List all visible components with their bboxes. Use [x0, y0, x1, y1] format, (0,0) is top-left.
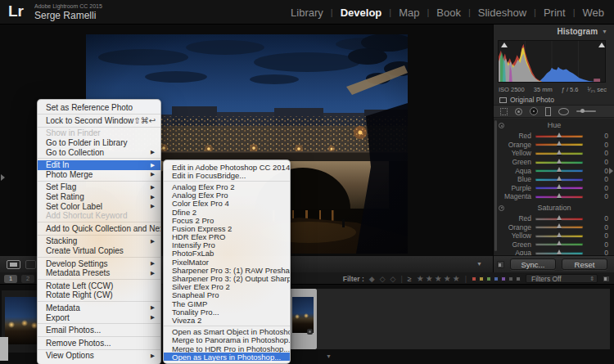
menu-item-export[interactable]: Export▶: [38, 312, 160, 322]
slider-thumb[interactable]: [557, 223, 562, 228]
slider-thumb[interactable]: [557, 176, 562, 181]
slider-thumb[interactable]: [557, 249, 562, 254]
hue-slider-green[interactable]: [535, 161, 583, 164]
menu-item-sharpener-pro-3-2-output-sharpener[interactable]: Sharpener Pro 3: (2) Output Sharpener: [164, 274, 290, 282]
highlight-clipping-icon[interactable]: [598, 43, 605, 47]
adjustment-brush-icon[interactable]: [576, 110, 596, 112]
shadow-clipping-icon[interactable]: [501, 43, 508, 47]
menu-item-merge-to-panorama-in-photoshop[interactable]: Merge to Panorama in Photoshop...: [164, 336, 290, 344]
color-chip[interactable]: [494, 276, 499, 281]
second-window-button[interactable]: 2: [21, 275, 34, 283]
menu-item-tonality-pro[interactable]: Tonality Pro...: [164, 308, 290, 316]
filmstrip-caret-icon[interactable]: ▼: [326, 353, 332, 359]
hue-slider-yellow[interactable]: [535, 152, 583, 155]
menu-item-intensify-pro[interactable]: Intensify Pro: [164, 241, 290, 249]
menu-item-the-gimp[interactable]: The GIMP: [164, 299, 290, 308]
menu-item-add-to-quick-collection-and-next[interactable]: Add to Quick Collection and Next⇧B: [38, 224, 160, 234]
color-chip[interactable]: [508, 276, 513, 281]
hue-slider-blue[interactable]: [535, 178, 583, 181]
filter-switch-icon[interactable]: [603, 276, 610, 282]
saturation-slider-orange[interactable]: [535, 226, 583, 228]
slider-thumb[interactable]: [557, 167, 562, 172]
radial-filter-icon[interactable]: [558, 108, 569, 115]
hue-slider-orange[interactable]: [535, 143, 583, 146]
left-panel-collapse-icon[interactable]: [1, 174, 5, 181]
menu-item-fusion-express-2[interactable]: Fusion Express 2: [164, 224, 290, 232]
menu-item-open-as-smart-object-in-photoshop[interactable]: Open as Smart Object in Photoshop...: [164, 328, 290, 336]
menu-item-metadata-presets[interactable]: Metadata Presets▶: [38, 268, 160, 278]
hue-slider-red[interactable]: [535, 135, 583, 137]
slider-thumb[interactable]: [557, 159, 562, 164]
menu-item-lock-to-second-window[interactable]: Lock to Second Window⇧⌘↩: [38, 116, 160, 126]
menu-item-stacking[interactable]: Stacking▶: [38, 236, 160, 246]
autosync-switch-icon[interactable]: [497, 261, 504, 268]
menu-item-set-color-label[interactable]: Set Color Label▶: [38, 201, 160, 211]
hue-panel-header[interactable]: Hue: [494, 121, 614, 132]
crop-tool-icon[interactable]: [500, 108, 508, 115]
slider-thumb[interactable]: [557, 150, 562, 155]
histogram[interactable]: [498, 40, 606, 83]
slider-thumb[interactable]: [557, 141, 562, 146]
module-tab-web[interactable]: Web: [580, 7, 608, 19]
hue-slider-magenta[interactable]: [535, 195, 583, 198]
loupe-view-icon[interactable]: [7, 260, 20, 269]
menu-item-edit-in-focusbridge[interactable]: Edit in FocusBridge...: [164, 171, 290, 179]
module-tab-develop[interactable]: Develop: [337, 7, 386, 19]
menu-item-color-efex-pro-4[interactable]: Color Efex Pro 4: [164, 200, 290, 208]
menu-item-edit-in[interactable]: Edit In▶: [38, 160, 160, 170]
color-chip[interactable]: [516, 276, 521, 281]
sync-button[interactable]: Sync...: [510, 258, 556, 270]
module-tab-map[interactable]: Map: [395, 7, 422, 19]
flagged-filter-icon[interactable]: ◆: [369, 275, 375, 283]
slider-thumb[interactable]: [557, 232, 562, 237]
menu-item-rotate-right-cw[interactable]: Rotate Right (CW): [38, 290, 160, 300]
star-filter-icon[interactable]: ★: [453, 274, 460, 284]
menu-item-focus-2-pro[interactable]: Focus 2 Pro: [164, 216, 290, 224]
slider-thumb[interactable]: [557, 215, 562, 220]
menu-item-viveza-2[interactable]: Viveza 2: [164, 316, 290, 324]
rating-ge-symbol[interactable]: ≥: [408, 275, 412, 283]
menu-item-remove-photos[interactable]: Remove Photos...: [38, 338, 160, 348]
menu-item-hdr-efex-pro[interactable]: HDR Efex PRO: [164, 233, 290, 241]
module-tab-book[interactable]: Book: [433, 7, 464, 19]
menu-item-photofxlab[interactable]: PhotoFxLab: [164, 249, 290, 258]
menu-item-dfine-2[interactable]: Dfine 2: [164, 208, 290, 216]
menu-item-set-flag[interactable]: Set Flag▶: [38, 182, 160, 192]
menu-item-set-rating[interactable]: Set Rating▶: [38, 192, 160, 202]
module-tab-print[interactable]: Print: [540, 7, 569, 19]
saturation-panel-switch-icon[interactable]: [499, 205, 504, 211]
menu-item-sharpener-pro-3-1-raw-presharpener[interactable]: Sharpener Pro 3: (1) RAW Presharpener: [164, 266, 290, 274]
menu-item-create-virtual-copies[interactable]: Create Virtual Copies: [38, 246, 160, 256]
slider-thumb[interactable]: [557, 184, 562, 189]
menu-item-silver-efex-pro-2[interactable]: Silver Efex Pro 2: [164, 283, 290, 291]
star-filter-icon[interactable]: ★: [444, 274, 451, 284]
menu-item-email-photos[interactable]: Email Photos...: [38, 326, 160, 335]
menu-item-go-to-collection[interactable]: Go to Collection▶: [38, 147, 160, 157]
menu-item-go-to-folder-in-library[interactable]: Go to Folder in Library: [38, 138, 160, 148]
menu-item-view-options[interactable]: View Options▶: [38, 351, 160, 361]
menu-item-photo-merge[interactable]: Photo Merge▶: [38, 170, 160, 180]
panel-scrollbar[interactable]: [494, 120, 497, 251]
saturation-slider-aqua[interactable]: [535, 252, 583, 254]
star-filter-icon[interactable]: ★: [426, 274, 433, 284]
saturation-panel-header[interactable]: Saturation: [494, 204, 614, 214]
menu-item-edit-in-adobe-photoshop-cc-2014[interactable]: Edit in Adobe Photoshop CC 2014...: [164, 163, 290, 171]
menu-item-pixelmator[interactable]: PixelMator: [164, 258, 290, 266]
color-chip[interactable]: [472, 276, 476, 281]
saturation-slider-yellow[interactable]: [535, 235, 583, 237]
hue-slider-aqua[interactable]: [535, 169, 583, 172]
color-chip[interactable]: [501, 276, 506, 281]
histogram-panel-header[interactable]: Histogram ▼: [558, 27, 607, 36]
toolbar-caret-icon[interactable]: ▼: [476, 261, 482, 267]
rejected-filter-icon[interactable]: ◇: [391, 275, 396, 283]
unflagged-filter-icon[interactable]: ◇: [380, 275, 386, 283]
hue-panel-switch-icon[interactable]: [499, 123, 504, 128]
red-eye-icon[interactable]: [530, 107, 538, 115]
right-panel-collapse-icon[interactable]: [609, 168, 613, 174]
menu-item-analog-efex-pro-2[interactable]: Analog Efex Pro 2: [164, 182, 290, 191]
slider-thumb[interactable]: [557, 193, 562, 198]
menu-item-snapheal-pro[interactable]: Snapheal Pro: [164, 291, 290, 299]
saturation-slider-green[interactable]: [535, 243, 583, 245]
menu-item-set-as-reference-photo[interactable]: Set as Reference Photo: [38, 103, 160, 113]
graduated-filter-icon[interactable]: [545, 107, 551, 116]
